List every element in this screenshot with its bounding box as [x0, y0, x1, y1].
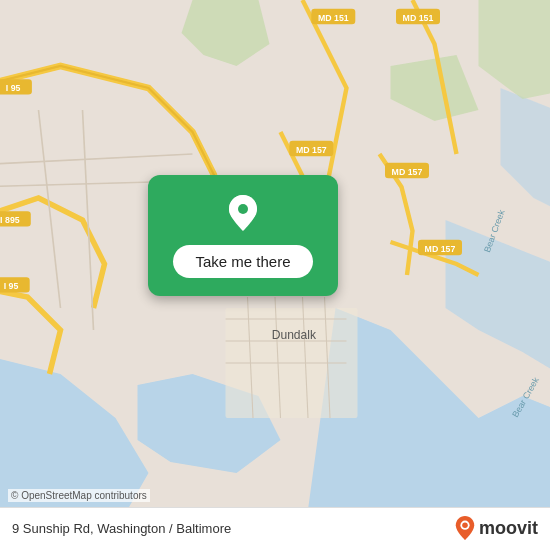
svg-point-41 [238, 204, 248, 214]
svg-text:MD 157: MD 157 [296, 145, 327, 155]
svg-text:Dundalk: Dundalk [272, 328, 317, 342]
osm-attribution: © OpenStreetMap contributors [8, 489, 150, 502]
moovit-logo: moovit [455, 516, 538, 540]
moovit-pin-icon [455, 516, 475, 540]
svg-text:I 95: I 95 [6, 83, 21, 93]
svg-text:MD 151: MD 151 [403, 13, 434, 23]
svg-text:MD 157: MD 157 [392, 167, 423, 177]
svg-point-43 [462, 522, 468, 528]
bottom-bar: 9 Sunship Rd, Washington / Baltimore moo… [0, 507, 550, 550]
take-me-there-button[interactable]: Take me there [173, 245, 312, 278]
map-container: I 95 I 895 I 95 MD 151 MD 151 MD 157 MD … [0, 0, 550, 550]
svg-text:MD 157: MD 157 [425, 244, 456, 254]
location-pin-icon [221, 191, 265, 235]
svg-text:MD 151: MD 151 [318, 13, 349, 23]
svg-text:I 95: I 95 [4, 281, 19, 291]
address-label: 9 Sunship Rd, Washington / Baltimore [12, 521, 231, 536]
take-me-there-card: Take me there [148, 175, 338, 296]
svg-text:I 895: I 895 [0, 215, 20, 225]
moovit-brand-label: moovit [479, 518, 538, 539]
